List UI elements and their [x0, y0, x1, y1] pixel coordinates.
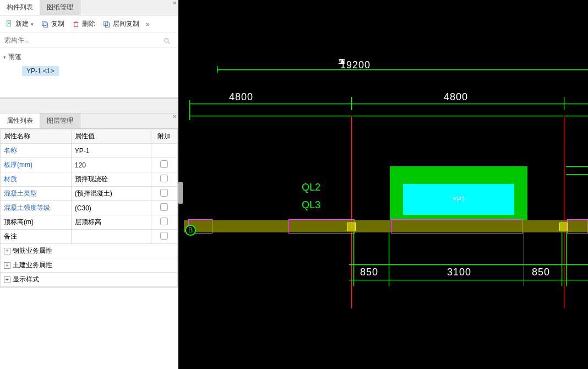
dim-line: [189, 116, 588, 116]
close-icon[interactable]: ✕: [172, 0, 177, 6]
checkbox[interactable]: [160, 175, 168, 182]
copy-button[interactable]: 复制: [38, 18, 68, 30]
attr-name-cell: 板厚(mm): [1, 158, 72, 172]
tree-root[interactable]: ▾ 雨篷: [3, 52, 175, 62]
svg-line-11: [168, 42, 170, 44]
label-ql2: QL2: [302, 182, 320, 193]
property-pane: ✕ 属性列表 图层管理 属性名称 属性值 附加 名称YP-1板厚(mm)120材…: [0, 113, 178, 287]
attr-name-cell: 材质: [1, 172, 72, 187]
table-group-row[interactable]: +显示样式: [1, 273, 178, 287]
layer-copy-button[interactable]: 层间复制: [100, 18, 143, 30]
attr-value-cell[interactable]: YP-1: [71, 144, 151, 158]
search-input[interactable]: [4, 36, 173, 44]
table-row[interactable]: 混凝土类型(预拌混凝土): [1, 187, 178, 201]
column-marker: [567, 219, 588, 234]
table-row[interactable]: 顶标高(m)层顶标高: [1, 215, 178, 230]
dim-line: [349, 280, 588, 280]
copy-button-label: 复制: [51, 19, 64, 29]
table-row[interactable]: 备注: [1, 230, 178, 244]
search-icon[interactable]: [164, 37, 171, 47]
trash-icon: [72, 20, 80, 28]
column-marker: [288, 219, 355, 234]
tree-item-yp1[interactable]: YP-1 <1>: [22, 66, 59, 76]
pane-divider[interactable]: [0, 98, 178, 113]
attr-value-cell[interactable]: 120: [71, 158, 151, 172]
dim-line: [189, 104, 190, 120]
dim-tick: [564, 97, 564, 110]
header-name: 属性名称: [1, 129, 72, 144]
dim-text-850-b: 850: [532, 267, 550, 278]
checkbox[interactable]: [160, 232, 168, 240]
table-row[interactable]: 材质预拌现浇砼: [1, 172, 178, 187]
checkbox[interactable]: [160, 160, 168, 168]
property-tabs: 属性列表 图层管理: [0, 113, 178, 129]
component-list-pane: ✕ 构件列表 图纸管理 新建 ▾ 复制 删除: [0, 0, 178, 98]
tab-drawing-manage[interactable]: 图纸管理: [40, 0, 80, 15]
header-extra: 附加: [151, 129, 177, 144]
table-row[interactable]: 板厚(mm)120: [1, 158, 178, 172]
table-group-row[interactable]: +钢筋业务属性: [1, 244, 178, 258]
table-row[interactable]: 名称YP-1: [1, 144, 178, 158]
dim-tick: [351, 97, 352, 110]
close-icon[interactable]: ✕: [172, 113, 177, 120]
dim-text-3100: 3100: [447, 267, 471, 278]
expand-icon[interactable]: +: [4, 262, 10, 269]
svg-rect-5: [74, 22, 78, 26]
tree-root-label: 雨篷: [8, 52, 21, 62]
group-label: 土建业务属性: [13, 261, 52, 269]
dim-line: [217, 69, 588, 70]
expand-icon[interactable]: +: [4, 248, 10, 254]
attr-extra-cell[interactable]: [151, 215, 177, 230]
chevron-down-icon: ▾: [31, 21, 34, 27]
layer-copy-button-label: 层间复制: [113, 19, 139, 29]
dim-tick: [562, 261, 562, 268]
tab-component-list[interactable]: 构件列表: [0, 0, 40, 15]
node-marker: [559, 223, 568, 231]
tab-layer-manage[interactable]: 图层管理: [40, 113, 80, 128]
component-toolbar: 新建 ▾ 复制 删除 层间复制 »: [0, 15, 178, 33]
attr-value-cell[interactable]: (C30): [71, 201, 151, 215]
attr-extra-cell[interactable]: [151, 230, 177, 244]
attr-extra-cell[interactable]: [151, 158, 177, 172]
checkbox[interactable]: [160, 218, 168, 225]
svg-rect-4: [43, 23, 47, 27]
drawing-canvas[interactable]: 19200 19200 4800 4800 QL2 QL3 YP1: [178, 0, 588, 369]
axis-label-b: B: [185, 225, 196, 236]
new-button[interactable]: 新建 ▾: [2, 18, 37, 30]
column-marker: [391, 219, 523, 234]
checkbox[interactable]: [160, 203, 168, 211]
tab-property-list[interactable]: 属性列表: [0, 113, 40, 128]
header-value: 属性值: [71, 129, 151, 144]
chevron-down-icon: ▾: [3, 55, 6, 60]
attr-name-cell: 名称: [1, 144, 72, 158]
more-icon[interactable]: »: [144, 19, 152, 29]
svg-rect-9: [105, 23, 109, 27]
svg-point-10: [165, 39, 168, 42]
table-row[interactable]: 混凝土强度等级(C30): [1, 201, 178, 215]
attr-extra-cell[interactable]: [151, 187, 177, 201]
copy-icon: [41, 20, 49, 28]
table-group-row[interactable]: +土建业务属性: [1, 258, 178, 273]
checkbox[interactable]: [160, 189, 168, 197]
dim-line: [189, 104, 588, 104]
attr-name-cell: 混凝土类型: [1, 187, 72, 201]
svg-rect-3: [42, 21, 46, 25]
panel-drag-handle[interactable]: [178, 182, 183, 204]
attr-name-cell: 混凝土强度等级: [1, 201, 72, 215]
attr-value-cell[interactable]: [71, 230, 151, 244]
label-ql3: QL3: [302, 199, 320, 211]
svg-rect-8: [104, 21, 108, 25]
delete-button[interactable]: 删除: [69, 18, 99, 30]
property-table: 属性名称 属性值 附加 名称YP-1板厚(mm)120材质预拌现浇砼混凝土类型(…: [0, 129, 178, 287]
dim-text-total-b: 19200: [340, 59, 371, 71]
dim-line: [566, 166, 588, 167]
new-button-label: 新建: [15, 19, 29, 29]
attr-value-cell[interactable]: 预拌现浇砼: [71, 172, 151, 187]
attr-extra-cell[interactable]: [151, 144, 177, 158]
expand-icon[interactable]: +: [4, 276, 10, 283]
attr-value-cell[interactable]: (预拌混凝土): [71, 187, 151, 201]
attr-extra-cell[interactable]: [151, 172, 177, 187]
attr-extra-cell[interactable]: [151, 201, 177, 215]
attr-value-cell[interactable]: 层顶标高: [71, 215, 151, 230]
group-label: 钢筋业务属性: [13, 247, 52, 254]
